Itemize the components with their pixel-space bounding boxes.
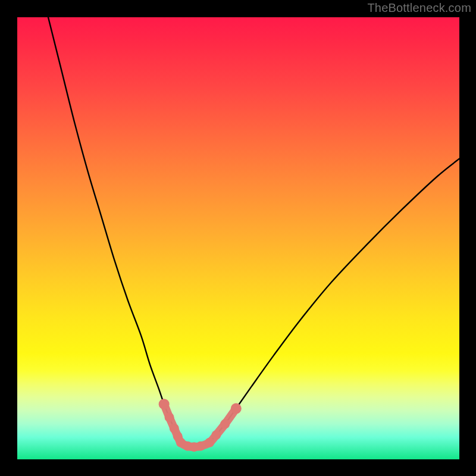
marker-dot [211,430,221,440]
chart-frame: TheBottleneck.com [0,0,476,476]
marker-dot [159,399,170,409]
series-right-branch [209,159,459,443]
plot-area [17,17,459,459]
series-group [48,17,459,447]
series-left-branch [48,17,181,443]
markers-group [159,399,242,452]
watermark-text: TheBottleneck.com [367,1,471,15]
marker-dot [220,419,230,429]
chart-svg [17,17,459,459]
marker-dot [165,412,174,422]
marker-dot [231,403,242,414]
marker-dot [205,438,214,447]
marker-dot [196,441,205,451]
